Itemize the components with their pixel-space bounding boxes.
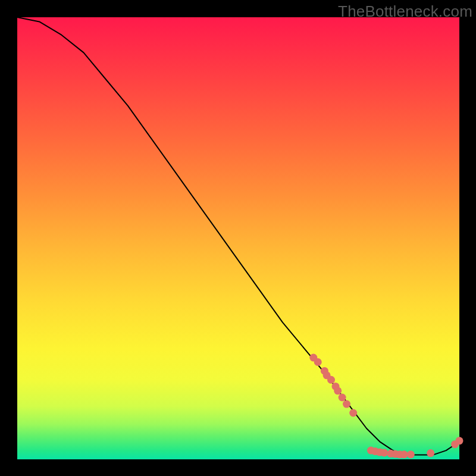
chart-frame: TheBottleneck.com	[0, 0, 476, 476]
chart-svg	[17, 17, 459, 459]
marker-group	[309, 354, 463, 459]
data-marker	[334, 387, 342, 394]
data-marker	[343, 400, 350, 408]
plot-area	[17, 17, 459, 459]
data-marker	[400, 450, 408, 458]
data-marker	[380, 449, 388, 456]
data-marker	[407, 450, 415, 458]
data-marker	[456, 437, 464, 444]
bottleneck-curve	[17, 17, 459, 455]
data-marker	[327, 376, 335, 384]
watermark-text: TheBottleneck.com	[338, 2, 472, 21]
data-marker	[314, 358, 322, 366]
data-marker	[339, 394, 346, 402]
data-marker	[427, 449, 434, 457]
data-marker	[349, 409, 357, 417]
